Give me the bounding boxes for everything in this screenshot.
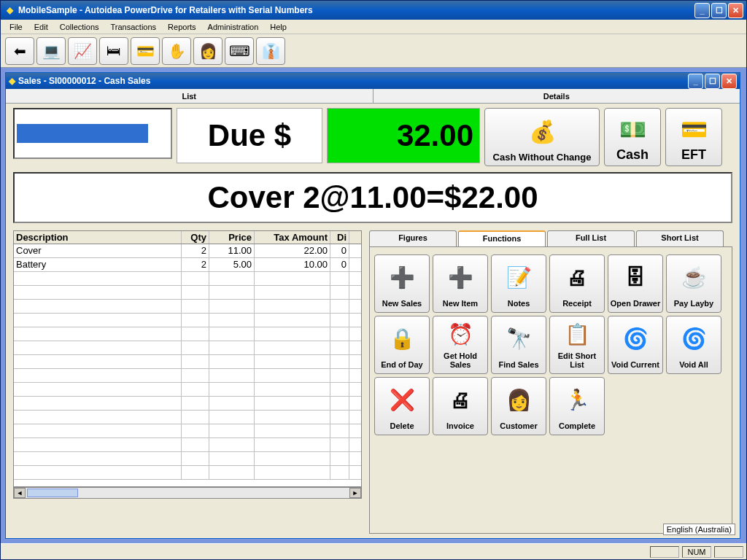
table-row-empty[interactable] (14, 452, 361, 466)
func-edit-short-list[interactable]: 📋Edit Short List (549, 316, 605, 374)
table-row-empty[interactable] (14, 424, 361, 438)
invoice-icon: 🖨 (450, 379, 471, 421)
func-label: Open Drawer (611, 299, 660, 308)
menu-file[interactable]: File (4, 21, 28, 33)
toolbar-btn-3[interactable]: 🛏 (99, 37, 128, 65)
menu-reports[interactable]: Reports (162, 21, 202, 33)
table-row-empty[interactable] (14, 314, 361, 327)
func-tab-short-list[interactable]: Short List (636, 230, 724, 246)
notes-icon: 📝 (506, 257, 532, 299)
col-tax[interactable]: Tax Amount (255, 231, 330, 244)
inner-titlebar: ◆ Sales - SI00000012 - Cash Sales _ ☐ ✕ (6, 73, 740, 89)
func-complete[interactable]: 🏃Complete (549, 377, 605, 435)
functions-grid: ➕New Sales➕New Item📝Notes🖨Receipt🗄Open D… (374, 254, 727, 435)
table-row-empty[interactable] (14, 438, 361, 452)
open-drawer-icon: 🗄 (625, 257, 646, 299)
func-label: Void Current (611, 360, 659, 369)
func-open-drawer[interactable]: 🗄Open Drawer (608, 254, 663, 313)
func-label: Notes (508, 299, 530, 308)
functions-body: ➕New Sales➕New Item📝Notes🖨Receipt🗄Open D… (369, 246, 732, 534)
cell-qty: 2 (182, 244, 209, 257)
eft-button[interactable]: 💳 EFT (665, 108, 722, 166)
func-pay-layby[interactable]: ☕Pay Layby (666, 254, 721, 313)
func-delete[interactable]: ❌Delete (374, 377, 430, 435)
toolbar-btn-1[interactable]: 💻 (36, 37, 66, 65)
scroll-track[interactable] (26, 488, 349, 498)
right-panel: FiguresFunctionsFull ListShort List ➕New… (369, 230, 732, 534)
func-notes[interactable]: 📝Notes (491, 254, 546, 313)
menu-collections[interactable]: Collections (54, 21, 105, 33)
edit-short-list-icon: 📋 (565, 318, 590, 351)
table-row[interactable]: Battery25.0010.000 (14, 258, 361, 272)
due-amount: 32.00 (327, 108, 480, 163)
cell-disc: 0 (330, 244, 349, 257)
menu-help[interactable]: Help (264, 21, 293, 33)
language-indicator[interactable]: English (Australia) (663, 524, 735, 535)
table-row[interactable]: Cover211.0022.000 (14, 244, 361, 258)
moneybag-icon: 💰 (529, 112, 556, 152)
table-row-empty[interactable] (14, 286, 361, 300)
toolbar-btn-6[interactable]: 👩 (193, 37, 222, 65)
col-disc[interactable]: Di (330, 231, 349, 244)
toolbar-btn-4[interactable]: 💳 (131, 37, 160, 65)
func-receipt[interactable]: 🖨Receipt (549, 254, 605, 313)
app-icon: ◆ (4, 4, 15, 16)
toolbar-btn-5[interactable]: ✋ (162, 37, 191, 65)
scroll-right-icon[interactable]: ► (349, 488, 361, 498)
func-void-current[interactable]: 🌀Void Current (608, 316, 663, 374)
table-row-empty[interactable] (14, 369, 361, 383)
func-tab-functions[interactable]: Functions (458, 230, 546, 246)
func-invoice[interactable]: 🖨Invoice (433, 377, 488, 435)
func-end-of-day[interactable]: 🔒End of Day (374, 316, 430, 374)
table-row-empty[interactable] (14, 272, 361, 286)
col-description[interactable]: Description (14, 231, 182, 244)
toolbar-btn-2[interactable]: 📈 (68, 37, 97, 65)
func-tab-figures[interactable]: Figures (369, 230, 457, 246)
inner-minimize-button[interactable]: _ (688, 74, 703, 89)
table-row-empty[interactable] (14, 300, 361, 314)
table-row-empty[interactable] (14, 341, 361, 355)
scroll-left-icon[interactable]: ◄ (14, 488, 26, 498)
tab-details[interactable]: Details (374, 89, 740, 103)
func-new-item[interactable]: ➕New Item (433, 254, 488, 313)
delete-icon: ❌ (390, 379, 415, 421)
func-label: End of Day (381, 360, 422, 369)
table-row-empty[interactable] (14, 327, 361, 341)
minimize-button[interactable]: _ (694, 3, 710, 18)
menu-transactions[interactable]: Transactions (105, 21, 163, 33)
func-tab-full-list[interactable]: Full List (547, 230, 635, 246)
scroll-thumb[interactable] (27, 489, 78, 497)
col-qty[interactable]: Qty (182, 231, 209, 244)
func-new-sales[interactable]: ➕New Sales (374, 254, 430, 313)
toolbar-btn-8[interactable]: 👔 (256, 37, 285, 65)
inner-close-button[interactable]: ✕ (721, 74, 737, 89)
col-price[interactable]: Price (209, 231, 255, 244)
maximize-button[interactable]: ☐ (711, 3, 727, 18)
items-table[interactable]: Description Qty Price Tax Amount Di Cove… (13, 230, 362, 487)
inner-maximize-button[interactable]: ☐ (705, 74, 720, 89)
menu-administration[interactable]: Administration (202, 21, 265, 33)
bottom-split: Description Qty Price Tax Amount Di Cove… (6, 226, 740, 538)
menu-edit[interactable]: Edit (28, 21, 54, 33)
func-find-sales[interactable]: 🔭Find Sales (491, 316, 546, 374)
void-all-icon: 🌀 (681, 318, 707, 360)
table-row-empty[interactable] (14, 355, 361, 369)
func-get-hold-sales[interactable]: ⏰Get Hold Sales (433, 316, 488, 374)
func-void-all[interactable]: 🌀Void All (666, 316, 721, 374)
table-row-empty[interactable] (14, 411, 361, 424)
func-customer[interactable]: 👩Customer (491, 377, 546, 435)
cash-button[interactable]: 💵 Cash (604, 108, 661, 166)
table-row-empty[interactable] (14, 466, 361, 480)
tab-list[interactable]: List (6, 89, 374, 103)
cash-without-change-button[interactable]: 💰 Cash Without Change (484, 108, 600, 166)
toolbar-btn-0[interactable]: ⬅ (5, 37, 34, 65)
toolbar-btn-7[interactable]: ⌨ (225, 37, 254, 65)
table-row-empty[interactable] (14, 397, 361, 411)
close-button[interactable]: ✕ (728, 3, 743, 18)
table-row-empty[interactable] (14, 383, 361, 397)
inner-icon: ◆ (9, 76, 15, 86)
status-empty2 (714, 546, 743, 558)
horizontal-scrollbar[interactable]: ◄ ► (13, 487, 362, 499)
cell-tax: 10.00 (255, 258, 330, 271)
func-label: Get Hold Sales (435, 351, 486, 369)
